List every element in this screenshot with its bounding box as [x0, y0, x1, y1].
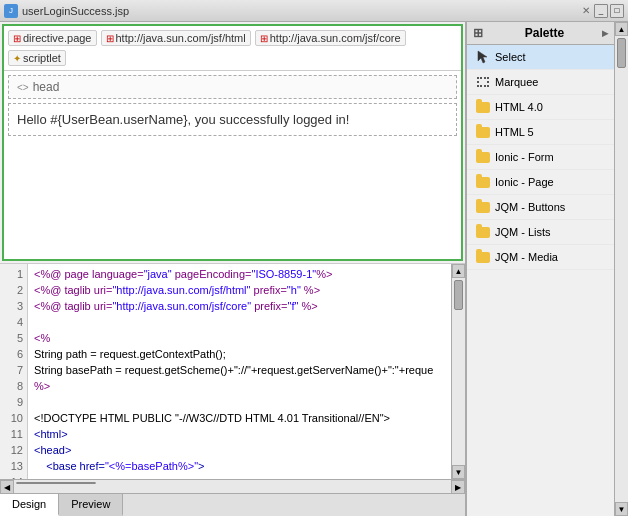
palette-scroll-up[interactable]: ▲	[615, 22, 628, 36]
palette-item-marquee[interactable]: Marquee	[467, 70, 614, 95]
design-toolbar: ⊞ directive.page ⊞ http://java.sun.com/j…	[4, 26, 461, 71]
code-line-5: <%	[34, 330, 445, 346]
palette-expand-icon[interactable]: ▶	[602, 29, 608, 38]
window-buttons: _ □	[594, 4, 624, 18]
code-line-6: String path = request.getContextPath();	[34, 346, 445, 362]
title-text: userLoginSuccess.jsp	[22, 5, 578, 17]
palette-item-jqm-buttons-label: JQM - Buttons	[495, 201, 565, 213]
palette-scrollbar-v[interactable]: ▲ ▼	[614, 22, 628, 516]
chip-jsf-html-label: http://java.sun.com/jsf/html	[116, 32, 246, 44]
palette-item-html5[interactable]: HTML 5	[467, 120, 614, 145]
main-container: ⊞ directive.page ⊞ http://java.sun.com/j…	[0, 22, 628, 516]
code-line-8: %>	[34, 378, 445, 394]
folder-ionic-page-icon	[475, 174, 491, 190]
folder-jqm-lists-icon	[475, 224, 491, 240]
content-text: Hello #{UserBean.userName}, you successf…	[17, 112, 349, 127]
code-line-13: <base href="<%=basePath%>">	[34, 458, 445, 474]
code-line-11: <html>	[34, 426, 445, 442]
scrollbar-left-btn[interactable]: ◀	[0, 480, 14, 493]
chip-jsf-core-label: http://java.sun.com/jsf/core	[270, 32, 401, 44]
palette-item-select[interactable]: Select	[467, 45, 614, 70]
palette-item-jqm-media-label: JQM - Media	[495, 251, 558, 263]
code-line-1: <%@ page language="java" pageEncoding="I…	[34, 266, 445, 282]
scrollbar-down-btn[interactable]: ▼	[452, 465, 465, 479]
palette-item-jqm-lists[interactable]: JQM - Lists	[467, 220, 614, 245]
palette-item-jqm-lists-label: JQM - Lists	[495, 226, 551, 238]
code-line-4	[34, 314, 445, 330]
marquee-icon	[475, 74, 491, 90]
folder-jqm-media-icon	[475, 249, 491, 265]
code-content: 1234 5678 9101112 1314 <%@ page language…	[0, 264, 465, 479]
chip-jsf-core[interactable]: ⊞ http://java.sun.com/jsf/core	[255, 30, 406, 46]
maximize-button[interactable]: □	[610, 4, 624, 18]
content-area: Hello #{UserBean.userName}, you successf…	[8, 103, 457, 136]
palette-item-select-label: Select	[495, 51, 526, 63]
chip-scriptlet-label: scriptlet	[23, 52, 61, 64]
line-numbers: 1234 5678 9101112 1314	[0, 264, 28, 479]
code-text[interactable]: <%@ page language="java" pageEncoding="I…	[28, 264, 451, 479]
svg-marker-0	[478, 51, 487, 63]
scrollbar-track	[452, 278, 465, 465]
code-view: 1234 5678 9101112 1314 <%@ page language…	[0, 263, 465, 493]
chip-jsf-html[interactable]: ⊞ http://java.sun.com/jsf/html	[101, 30, 251, 46]
chip-scriptlet[interactable]: ✦ scriptlet	[8, 50, 66, 66]
code-line-3: <%@ taglib uri="http://java.sun.com/jsf/…	[34, 298, 445, 314]
right-panel: ⊞ Palette ▶ Select	[466, 22, 628, 516]
chip-jsf-core-icon: ⊞	[260, 33, 268, 44]
scrollbar-h-thumb[interactable]	[16, 482, 96, 484]
palette-scroll-track	[615, 36, 628, 502]
palette-item-ionic-form[interactable]: Ionic - Form	[467, 145, 614, 170]
chip-directive-icon: ⊞	[13, 33, 21, 44]
editor-area: ⊞ directive.page ⊞ http://java.sun.com/j…	[0, 22, 466, 516]
folder-html5-icon	[475, 124, 491, 140]
palette-scroll-down[interactable]: ▼	[615, 502, 628, 516]
palette-item-ionic-page[interactable]: Ionic - Page	[467, 170, 614, 195]
palette-item-html4-label: HTML 4.0	[495, 101, 543, 113]
scrollbar-up-btn[interactable]: ▲	[452, 264, 465, 278]
code-line-9	[34, 394, 445, 410]
code-line-7: String basePath = request.getScheme()+":…	[34, 362, 445, 378]
palette-item-jqm-buttons[interactable]: JQM - Buttons	[467, 195, 614, 220]
palette-item-ionic-page-label: Ionic - Page	[495, 176, 554, 188]
cursor-icon	[475, 49, 491, 65]
code-scrollbar-v[interactable]: ▲ ▼	[451, 264, 465, 479]
palette-panel: ⊞ Palette ▶ Select	[466, 22, 614, 516]
file-icon: J	[4, 4, 18, 18]
head-label: head	[33, 80, 60, 94]
title-bar: J userLoginSuccess.jsp ✕ _ □	[0, 0, 628, 22]
palette-item-ionic-form-label: Ionic - Form	[495, 151, 554, 163]
palette-title: Palette	[525, 26, 564, 40]
palette-item-html5-label: HTML 5	[495, 126, 534, 138]
palette-item-jqm-media[interactable]: JQM - Media	[467, 245, 614, 270]
scrollbar-right-btn[interactable]: ▶	[451, 480, 465, 493]
head-section: head	[8, 75, 457, 99]
chip-jsf-html-icon: ⊞	[106, 33, 114, 44]
code-line-12: <head>	[34, 442, 445, 458]
design-view: ⊞ directive.page ⊞ http://java.sun.com/j…	[2, 24, 463, 261]
palette-list: Select Marquee HTML 4.0	[467, 45, 614, 516]
tab-preview[interactable]: Preview	[59, 494, 123, 516]
scrollbar-h-track	[14, 480, 451, 493]
bottom-tabs: Design Preview	[0, 493, 465, 516]
palette-scroll-thumb[interactable]	[617, 38, 626, 68]
palette-grid-icon: ⊞	[473, 26, 483, 40]
tab-design[interactable]: Design	[0, 494, 59, 516]
chip-directive[interactable]: ⊞ directive.page	[8, 30, 97, 46]
minimize-button[interactable]: _	[594, 4, 608, 18]
palette-item-html4[interactable]: HTML 4.0	[467, 95, 614, 120]
close-tab-icon[interactable]: ✕	[582, 5, 590, 16]
palette-item-marquee-label: Marquee	[495, 76, 538, 88]
code-line-10: <!DOCTYPE HTML PUBLIC "-//W3C//DTD HTML …	[34, 410, 445, 426]
folder-html4-icon	[475, 99, 491, 115]
palette-header: ⊞ Palette ▶	[467, 22, 614, 45]
scrollbar-thumb[interactable]	[454, 280, 463, 310]
code-line-2: <%@ taglib uri="http://java.sun.com/jsf/…	[34, 282, 445, 298]
chip-directive-label: directive.page	[23, 32, 92, 44]
code-scrollbar-h[interactable]: ◀ ▶	[0, 479, 465, 493]
chip-scriptlet-icon: ✦	[13, 53, 21, 64]
folder-ionic-form-icon	[475, 149, 491, 165]
folder-jqm-buttons-icon	[475, 199, 491, 215]
